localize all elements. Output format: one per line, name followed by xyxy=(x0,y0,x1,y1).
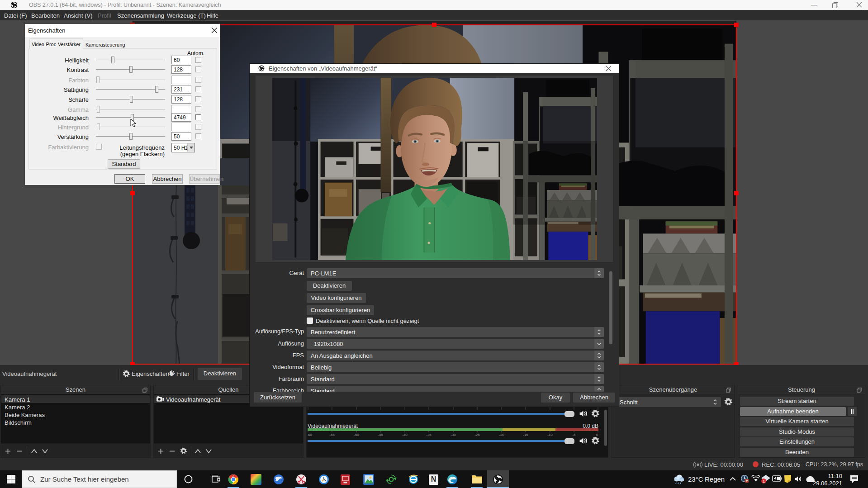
svg-text:-45: -45 xyxy=(378,433,383,436)
svg-text:-55: -55 xyxy=(329,433,335,436)
svg-text:-20: -20 xyxy=(499,433,504,436)
svg-text:1: 1 xyxy=(763,479,765,483)
svg-text:-25: -25 xyxy=(474,433,480,436)
svg-text:0: 0 xyxy=(596,433,598,436)
svg-text:-10: -10 xyxy=(547,433,553,436)
svg-text:-50: -50 xyxy=(354,433,359,436)
svg-text:-35: -35 xyxy=(426,433,432,436)
svg-text:-30: -30 xyxy=(451,433,456,436)
svg-text:-60: -60 xyxy=(308,433,312,436)
svg-text:-40: -40 xyxy=(402,433,408,436)
svg-text:-15: -15 xyxy=(523,433,528,436)
svg-text:-5: -5 xyxy=(572,433,576,436)
